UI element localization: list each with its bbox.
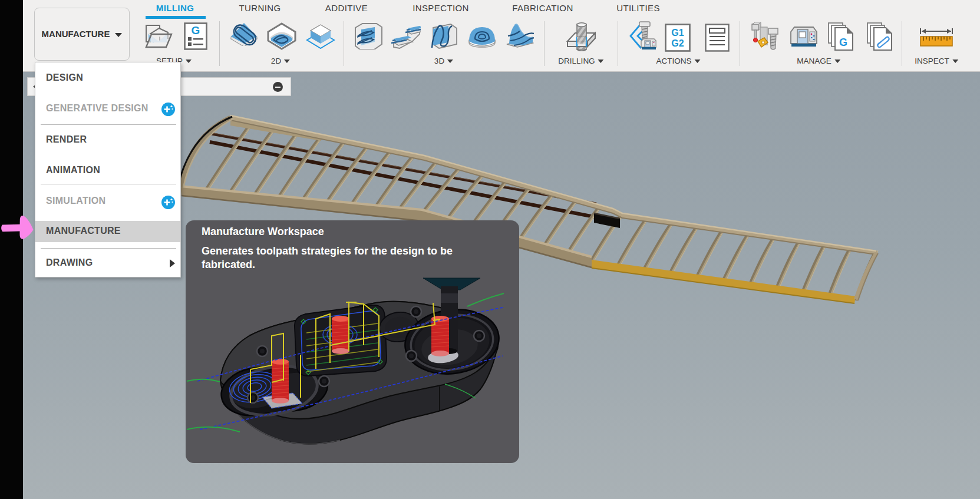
svg-text:G: G bbox=[192, 24, 200, 37]
svg-text:G: G bbox=[839, 37, 847, 48]
svg-text:G2: G2 bbox=[671, 38, 684, 48]
svg-text:G1: G1 bbox=[671, 28, 684, 38]
